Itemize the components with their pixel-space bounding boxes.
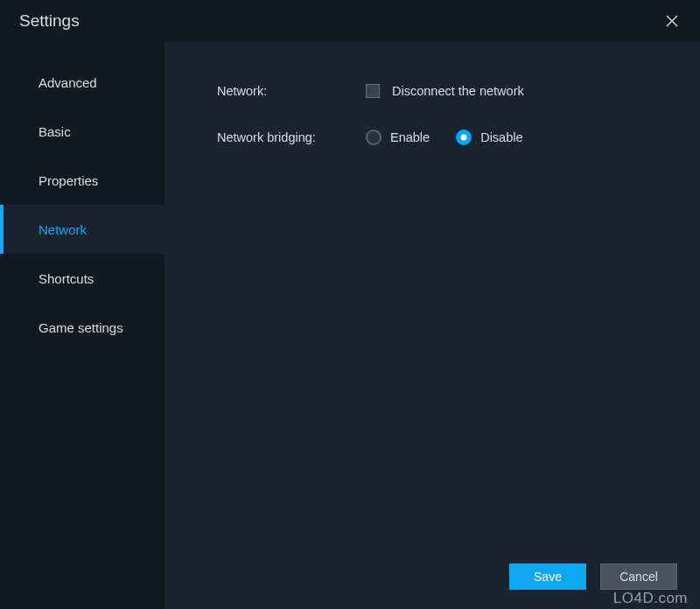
- sidebar-item-shortcuts[interactable]: Shortcuts: [0, 254, 164, 303]
- footer-buttons: Save Cancel: [509, 564, 677, 590]
- settings-window: Settings Advanced Basic Properties Netwo…: [0, 0, 700, 609]
- sidebar: Advanced Basic Properties Network Shortc…: [0, 42, 164, 609]
- close-button[interactable]: [660, 9, 684, 33]
- sidebar-item-network[interactable]: Network: [0, 205, 164, 254]
- sidebar-item-properties[interactable]: Properties: [0, 156, 164, 205]
- bridging-row: Network bridging: Enable Disable: [217, 130, 665, 145]
- sidebar-item-label: Shortcuts: [38, 271, 94, 286]
- radio-icon: [456, 130, 472, 145]
- titlebar: Settings: [0, 0, 700, 42]
- content-pane: Network: Disconnect the network Network …: [164, 42, 700, 609]
- bridging-enable-option[interactable]: Enable: [366, 130, 430, 145]
- bridging-radio-group: Enable Disable: [366, 130, 523, 145]
- watermark: LO4D.com: [613, 590, 688, 607]
- sidebar-item-label: Game settings: [38, 320, 123, 335]
- sidebar-item-label: Network: [38, 222, 87, 237]
- cancel-button[interactable]: Cancel: [600, 564, 677, 590]
- sidebar-item-advanced[interactable]: Advanced: [0, 58, 164, 107]
- radio-label: Enable: [390, 130, 430, 144]
- network-row: Network: Disconnect the network: [217, 84, 665, 98]
- sidebar-item-label: Basic: [38, 124, 71, 139]
- window-body: Advanced Basic Properties Network Shortc…: [0, 42, 700, 609]
- sidebar-item-game-settings[interactable]: Game settings: [0, 303, 164, 352]
- disconnect-network-checkbox[interactable]: [366, 84, 380, 98]
- sidebar-item-basic[interactable]: Basic: [0, 107, 164, 156]
- sidebar-item-label: Properties: [38, 173, 98, 188]
- radio-label: Disable: [480, 130, 522, 144]
- save-button[interactable]: Save: [509, 564, 586, 590]
- close-icon: [666, 15, 678, 27]
- radio-icon: [366, 130, 382, 145]
- disconnect-network-label: Disconnect the network: [392, 84, 524, 98]
- bridging-label: Network bridging:: [217, 130, 366, 144]
- sidebar-item-label: Advanced: [38, 75, 97, 90]
- bridging-disable-option[interactable]: Disable: [456, 130, 522, 145]
- network-label: Network:: [217, 84, 366, 98]
- window-title: Settings: [19, 11, 80, 31]
